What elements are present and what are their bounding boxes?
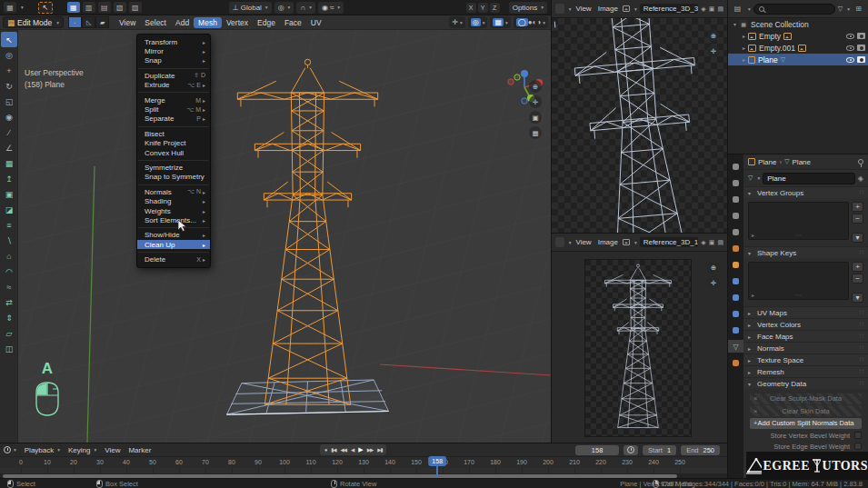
menu-playback[interactable]: Playback▾ xyxy=(25,446,60,454)
perspective-toggle-icon[interactable]: ▦ xyxy=(529,126,542,139)
add-button[interactable]: + xyxy=(852,202,863,212)
tool-rotate[interactable]: ↻ xyxy=(1,78,17,94)
tool-move[interactable]: + xyxy=(1,63,17,78)
breadcrumb-object[interactable]: Plane xyxy=(758,158,776,166)
folder-icon[interactable]: ▤ xyxy=(717,239,723,246)
menu-add[interactable]: Add xyxy=(171,17,194,28)
tool-shrink-fatten[interactable]: ⇕ xyxy=(1,310,17,325)
layout-icon-3[interactable]: ▤ xyxy=(98,2,111,13)
tab-constraints[interactable] xyxy=(728,324,743,336)
menu-image[interactable]: Image xyxy=(596,5,620,13)
menu-item-weights[interactable]: Weights▸ xyxy=(137,206,210,215)
tool-smooth[interactable]: ≈ xyxy=(1,279,17,294)
tool-inset-faces[interactable]: ▣ xyxy=(1,186,17,202)
section-header-geometry-data[interactable]: ▾Geometry Data∷ xyxy=(743,377,868,389)
layout-icon-2[interactable]: ▥ xyxy=(83,2,95,13)
expander-icon[interactable]: ▾ xyxy=(733,21,736,27)
record-button[interactable]: ● xyxy=(323,447,328,453)
tab-scene[interactable] xyxy=(728,225,743,238)
prev-keyframe-button[interactable]: ◀◀ xyxy=(339,447,348,453)
overlays-dropdown[interactable]: ◎▾ xyxy=(468,16,488,28)
editor-type-icon[interactable] xyxy=(555,237,564,247)
current-frame-field[interactable]: 158 xyxy=(575,445,619,455)
tool-loop-cut[interactable]: ≡ xyxy=(1,217,17,233)
specials-menu-button[interactable]: ▾ xyxy=(852,233,863,243)
image-editor-bottom-canvas[interactable] xyxy=(584,259,692,437)
proportional-editing-toggle[interactable]: ◉≈▾ xyxy=(318,2,344,14)
gizmo-dropdown[interactable]: ✛▾ xyxy=(449,16,464,28)
breadcrumb-data[interactable]: Plane xyxy=(793,158,811,166)
menu-item-transform[interactable]: Transform▸ xyxy=(137,37,210,46)
neg-z-axis-handle[interactable] xyxy=(522,98,527,104)
z-axis-handle[interactable] xyxy=(521,70,528,77)
zoom-icon[interactable]: ⊕ xyxy=(529,80,542,93)
tab-view-layer[interactable] xyxy=(728,209,743,222)
end-frame-field[interactable]: End 250 xyxy=(681,445,720,455)
layout-icon-5[interactable]: ▨ xyxy=(129,2,142,13)
tab-particles[interactable] xyxy=(728,291,743,304)
folder-icon[interactable]: ▤ xyxy=(717,5,723,13)
menu-view[interactable]: View xyxy=(574,238,593,246)
add-button[interactable]: + xyxy=(852,262,863,272)
menu-item-extrude[interactable]: Extrude⌥ E▸ xyxy=(137,81,210,90)
menu-item-snap[interactable]: Snap▸ xyxy=(137,56,210,65)
expander-icon[interactable]: ▸ xyxy=(743,45,745,51)
menu-uv[interactable]: UV xyxy=(306,17,326,28)
menu-item-normals[interactable]: Normals⌥ N▸ xyxy=(137,187,210,196)
jump-start-button[interactable]: ▮◀ xyxy=(329,447,337,453)
section-header-texture-space[interactable]: ▸Texture Space∷ xyxy=(743,354,868,365)
checkbox-store-vertex-bevel-weight[interactable] xyxy=(854,432,862,439)
mode-select[interactable]: ▦ Edit Mode ▾ xyxy=(3,16,64,28)
snap-toggle[interactable]: ∩▾ xyxy=(296,2,315,14)
play-button[interactable]: ▶ xyxy=(356,446,364,453)
tool-shear[interactable]: ▱ xyxy=(1,325,17,341)
outliner-display-mode-icon[interactable]: ▤ xyxy=(732,4,743,14)
tool-rip-region[interactable]: ◫ xyxy=(1,341,17,356)
menu-image[interactable]: Image xyxy=(596,238,620,246)
mirror-x-toggle[interactable]: X xyxy=(466,3,476,13)
menu-edge[interactable]: Edge xyxy=(253,17,280,28)
menu-view[interactable]: View xyxy=(105,446,120,454)
section-header-normals[interactable]: ▸Normals∷ xyxy=(743,342,868,354)
tool-add-cube[interactable]: ▦ xyxy=(1,155,17,171)
checkbox-store-edge-bevel-weight[interactable] xyxy=(854,443,862,450)
options-dropdown[interactable]: Options ▾ xyxy=(509,2,547,14)
fake-user-shield-icon[interactable]: ◈ xyxy=(701,5,705,13)
editor-type-icon[interactable]: ▦ xyxy=(4,2,16,13)
pivot-point-select[interactable]: ◎▾ xyxy=(274,2,294,14)
outliner-row-empty[interactable]: ▸Empty xyxy=(728,30,868,42)
tool-knife[interactable]: ∖ xyxy=(1,233,17,248)
menu-face[interactable]: Face xyxy=(280,17,306,28)
menu-mesh[interactable]: Mesh xyxy=(194,17,222,28)
current-frame-indicator[interactable]: 158 xyxy=(428,456,446,466)
menu-item-snap-to-symmetry[interactable]: Snap to Symmetry xyxy=(137,173,210,182)
face-select-mode-button[interactable]: ▰ xyxy=(95,16,109,28)
render-camera-icon[interactable] xyxy=(857,45,865,51)
unpack-icon[interactable]: ▣ xyxy=(709,5,715,13)
section-header-vertex-colors[interactable]: ▸Vertex Colors∷ xyxy=(743,318,868,330)
transform-orientation-select[interactable]: ⊥ Global ▾ xyxy=(229,2,272,14)
neg-x-axis-handle[interactable] xyxy=(508,79,514,85)
mirror-z-toggle[interactable]: Z xyxy=(490,3,500,13)
tool-scale[interactable]: ◱ xyxy=(1,94,17,109)
pan-hand-icon[interactable]: ✛ xyxy=(707,45,720,57)
timeline-editor-icon[interactable] xyxy=(4,446,11,453)
remove-button[interactable]: − xyxy=(852,214,863,224)
tab-physics[interactable] xyxy=(728,307,743,320)
start-frame-field[interactable]: Start 1 xyxy=(643,445,676,455)
tab-world[interactable] xyxy=(728,242,743,254)
layout-icon-4[interactable]: ▧ xyxy=(114,2,126,13)
menu-select[interactable]: Select xyxy=(140,17,171,28)
filter-expander-icon[interactable]: ▸ xyxy=(752,292,754,298)
tab-material[interactable] xyxy=(728,356,743,369)
render-camera-icon[interactable] xyxy=(857,33,865,39)
tool-select-box[interactable]: ↖ xyxy=(1,32,17,47)
datablock-name-input[interactable]: Plane xyxy=(763,173,855,184)
menu-item-shading[interactable]: Shading▸ xyxy=(137,196,210,205)
list-box[interactable]: ▸⋯ xyxy=(748,202,849,240)
menu-item-knife-project[interactable]: Knife Project xyxy=(137,139,210,148)
layout-icon-1[interactable]: ▦ xyxy=(67,2,80,13)
outliner-search-input[interactable] xyxy=(753,4,835,15)
add-custom-split-normals-data-button[interactable]: +Add Custom Split Normals Data xyxy=(750,418,862,429)
scene-collection-row[interactable]: ▾ ▦ Scene Collection xyxy=(728,18,868,30)
